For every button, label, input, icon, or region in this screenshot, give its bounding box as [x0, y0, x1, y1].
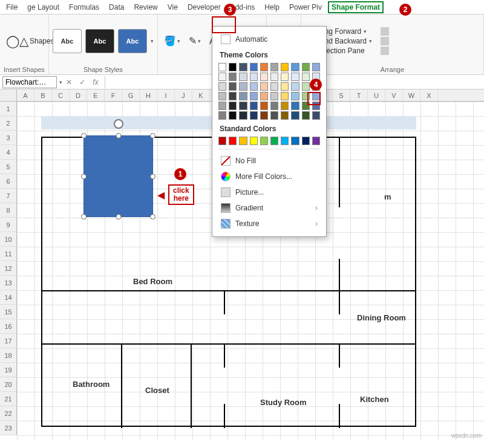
no-fill[interactable]: No Fill	[218, 153, 320, 169]
row-header[interactable]: 16	[0, 319, 17, 334]
color-swatch[interactable]	[250, 73, 258, 81]
color-swatch[interactable]	[281, 63, 289, 71]
column-header[interactable]: H	[140, 89, 157, 101]
color-swatch[interactable]	[270, 111, 278, 120]
row-header[interactable]: 4	[0, 145, 17, 160]
column-header[interactable]: A	[17, 89, 34, 101]
column-header[interactable]: B	[34, 89, 52, 101]
column-header[interactable]: V	[385, 89, 403, 101]
color-swatch[interactable]	[260, 73, 268, 81]
color-swatch[interactable]	[229, 73, 237, 81]
row-header[interactable]: 3	[0, 131, 17, 145]
row-header[interactable]: 12	[0, 261, 17, 276]
color-swatch[interactable]	[302, 92, 310, 100]
row-header[interactable]: 11	[0, 247, 17, 261]
row-header[interactable]: 15	[0, 305, 17, 319]
color-swatch[interactable]	[250, 102, 258, 110]
style-preset-3[interactable]: Abc	[118, 29, 147, 53]
column-header[interactable]: W	[403, 89, 420, 101]
row-header[interactable]: 13	[0, 276, 17, 290]
row-header[interactable]: 23	[0, 421, 17, 435]
color-swatch[interactable]	[302, 82, 310, 91]
tab-review[interactable]: Review	[130, 2, 161, 13]
resize-handle-s[interactable]	[116, 214, 121, 219]
color-swatch[interactable]	[250, 111, 258, 120]
column-header[interactable]: S	[333, 89, 350, 101]
name-box[interactable]	[2, 76, 57, 88]
row-header[interactable]: 2	[0, 116, 17, 131]
tab-developer[interactable]: Developer	[184, 2, 224, 13]
resize-handle-nw[interactable]	[81, 133, 87, 138]
color-swatch[interactable]	[312, 92, 320, 100]
color-swatch[interactable]	[250, 92, 258, 100]
group-button[interactable]	[381, 37, 389, 45]
texture-fill[interactable]: Texture ›	[218, 216, 320, 232]
style-preset-2[interactable]: Abc	[85, 29, 114, 53]
row-header[interactable]: 8	[0, 203, 17, 218]
color-swatch[interactable]	[302, 63, 310, 71]
color-swatch[interactable]	[250, 82, 258, 91]
tab-page-layout[interactable]: ge Layout	[24, 2, 63, 13]
color-swatch[interactable]	[218, 137, 226, 145]
column-header[interactable]: E	[87, 89, 105, 101]
color-swatch[interactable]	[229, 63, 237, 71]
column-header[interactable]: I	[157, 89, 175, 101]
row-header[interactable]: 5	[0, 160, 17, 174]
color-swatch[interactable]	[218, 73, 226, 81]
rotate-button[interactable]	[381, 47, 389, 55]
color-swatch[interactable]	[260, 92, 268, 100]
align-button[interactable]	[381, 27, 389, 36]
color-swatch[interactable]	[218, 92, 226, 100]
color-swatch[interactable]	[291, 137, 299, 145]
tab-formulas[interactable]: Formulas	[65, 2, 103, 13]
row-header[interactable]: 1	[0, 102, 17, 116]
color-swatch[interactable]	[291, 63, 299, 71]
color-swatch[interactable]	[239, 111, 247, 120]
color-swatch[interactable]	[239, 82, 247, 91]
color-swatch[interactable]	[229, 111, 237, 120]
color-swatch[interactable]	[239, 73, 247, 81]
tab-shape-format[interactable]: Shape Format	[328, 1, 384, 13]
color-swatch[interactable]	[260, 137, 268, 145]
color-swatch[interactable]	[218, 82, 226, 91]
picture-fill[interactable]: Picture...	[218, 184, 320, 200]
tab-file[interactable]: File	[2, 2, 21, 13]
resize-handle-sw[interactable]	[81, 214, 87, 219]
color-swatch[interactable]	[291, 82, 299, 91]
color-swatch[interactable]	[281, 82, 289, 91]
tab-help[interactable]: Help	[261, 2, 283, 13]
resize-handle-n[interactable]	[116, 133, 121, 138]
color-swatch[interactable]	[250, 63, 258, 71]
enter-button[interactable]: ✓	[76, 78, 89, 86]
resize-handle-e[interactable]	[150, 174, 155, 179]
column-header[interactable]: C	[52, 89, 70, 101]
tab-data[interactable]: Data	[105, 2, 128, 13]
color-swatch[interactable]	[260, 82, 268, 91]
color-swatch[interactable]	[260, 111, 268, 120]
color-swatch[interactable]	[302, 111, 310, 120]
color-swatch[interactable]	[270, 63, 278, 71]
tab-view[interactable]: Vie	[164, 2, 182, 13]
column-header[interactable]: D	[70, 89, 87, 101]
row-header[interactable]: 6	[0, 174, 17, 189]
row-header[interactable]: 17	[0, 334, 17, 348]
resize-handle-ne[interactable]	[150, 133, 155, 138]
row-header[interactable]: 10	[0, 232, 17, 247]
color-swatch[interactable]	[302, 102, 310, 110]
column-header[interactable]: U	[368, 89, 385, 101]
row-header[interactable]: 20	[0, 377, 17, 392]
color-swatch[interactable]	[229, 92, 237, 100]
color-swatch[interactable]	[281, 111, 289, 120]
rotate-handle[interactable]	[114, 119, 123, 129]
color-swatch[interactable]	[281, 73, 289, 81]
fx-button[interactable]: fx	[89, 78, 102, 86]
color-swatch[interactable]	[270, 92, 278, 100]
color-swatch[interactable]	[291, 73, 299, 81]
resize-handle-se[interactable]	[150, 214, 155, 219]
fill-automatic[interactable]: Automatic	[218, 31, 320, 47]
cancel-button[interactable]: ✕	[62, 78, 76, 86]
color-swatch[interactable]	[281, 92, 289, 100]
color-swatch[interactable]	[302, 73, 310, 81]
color-swatch[interactable]	[312, 111, 320, 120]
color-swatch[interactable]	[281, 137, 289, 145]
